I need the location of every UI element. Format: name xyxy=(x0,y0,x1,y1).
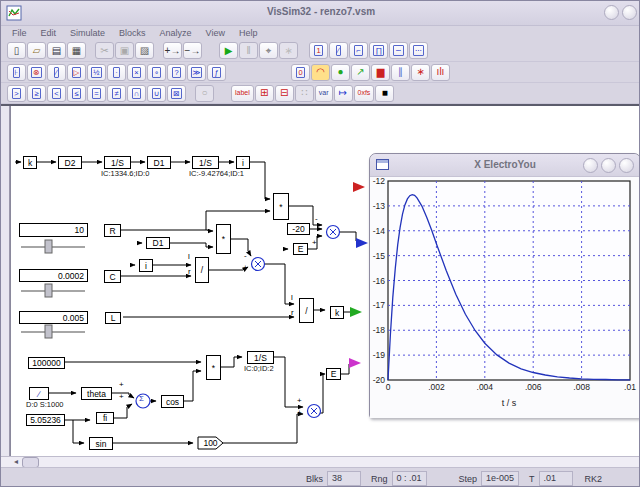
open-button[interactable]: ▱ xyxy=(27,42,46,59)
menu-view[interactable]: View xyxy=(199,28,232,38)
block-palette-transfer[interactable]: ▷ xyxy=(67,64,86,81)
cut-button[interactable]: ✂ xyxy=(95,42,114,59)
menu-file[interactable]: File xyxy=(5,28,34,38)
stop-button[interactable]: ‖ xyxy=(239,42,258,59)
multiply-3[interactable]: * xyxy=(206,355,221,380)
var-theta[interactable]: theta xyxy=(81,387,112,400)
ramp-block[interactable]: ∕D:0 S:1000 xyxy=(29,387,49,400)
menu-blocks[interactable]: Blocks xyxy=(112,28,153,38)
maximize-button[interactable] xyxy=(622,5,637,20)
remove-connector-button[interactable]: −→ xyxy=(183,42,202,59)
plot-window[interactable]: X ElectroYou -12-13-14-15-16-17-18-19-20… xyxy=(369,153,640,418)
minimize-button[interactable] xyxy=(604,5,619,20)
rerun-button[interactable]: ∗ xyxy=(279,42,298,59)
print-button[interactable]: ▦ xyxy=(67,42,86,59)
probe-button[interactable]: ⌖ xyxy=(259,42,278,59)
block-palette-dot[interactable]: · xyxy=(107,64,126,81)
var-e-2[interactable]: E xyxy=(326,368,341,380)
save-button[interactable]: ▤ xyxy=(47,42,66,59)
divide-2[interactable]: / xyxy=(299,298,314,323)
slider-c[interactable]: 0.0002 xyxy=(19,269,88,282)
title-bar[interactable]: VisSim32 - renzo7.vsm xyxy=(1,1,640,26)
prbs-block-button[interactable]: ⋯ xyxy=(409,42,428,59)
block-palette-case[interactable]: ? xyxy=(167,64,186,81)
add-connector-button[interactable]: +→ xyxy=(163,42,182,59)
histogram-block-button[interactable]: ▆ xyxy=(371,64,390,81)
gain-k-1[interactable]: k xyxy=(23,156,37,169)
eq-block-button[interactable]: = xyxy=(87,85,106,102)
led-block-button[interactable]: ● xyxy=(331,64,350,81)
ne-block-button[interactable]: ≠ xyxy=(107,85,126,102)
step-block-button[interactable]: ⌐ xyxy=(349,42,368,59)
block-palette-compose[interactable]: ∘ xyxy=(147,64,166,81)
sin-block[interactable]: sin xyxy=(89,437,113,450)
slider-l[interactable]: 0.005 xyxy=(19,311,88,324)
var-l[interactable]: L xyxy=(105,312,121,324)
multiply-2[interactable]: * xyxy=(216,224,231,254)
menu-simulate[interactable]: Simulate xyxy=(63,28,112,38)
integrator-3[interactable]: 1/SIC:0;ID:2 xyxy=(247,351,274,364)
block-palette-ramp[interactable]: ∕ xyxy=(47,64,66,81)
sine-block-button[interactable]: ∼ xyxy=(389,42,408,59)
slider-r[interactable]: 10 xyxy=(19,223,88,237)
gain-100[interactable]: 100 xyxy=(198,437,223,449)
var-e-write[interactable]: E xyxy=(293,243,308,255)
gauge-block-button[interactable]: ∗ xyxy=(411,64,430,81)
block-palette-half[interactable]: ½ xyxy=(87,64,106,81)
go-button[interactable]: ▶ xyxy=(219,42,238,59)
const-phase[interactable]: 5.05236 xyxy=(26,414,65,426)
integrator-2[interactable]: 1/SIC:-9.42764;ID:1 xyxy=(192,156,219,169)
add-input-button[interactable]: ⊞ xyxy=(255,85,274,102)
color-swatch[interactable]: ■ xyxy=(375,85,394,102)
var-i-read[interactable]: i xyxy=(139,259,153,272)
le-block-button[interactable]: ≤ xyxy=(67,85,86,102)
gt-block-button[interactable]: > xyxy=(7,85,26,102)
plot-input-2-arrow[interactable] xyxy=(356,238,368,248)
hex-button[interactable]: 0xfs xyxy=(354,85,375,102)
plot-input-4-arrow[interactable] xyxy=(349,358,361,368)
plot-input-3-arrow[interactable] xyxy=(350,307,362,317)
paste-button[interactable]: ▨ xyxy=(135,42,154,59)
scroll-thumb[interactable] xyxy=(22,457,39,468)
variable-button[interactable]: var xyxy=(315,85,333,102)
menu-analyze[interactable]: Analyze xyxy=(153,28,199,38)
block-palette-shift[interactable]: ≫ xyxy=(187,64,206,81)
or-block-button[interactable]: ∪ xyxy=(147,85,166,102)
scroll-left-button[interactable]: ◂ xyxy=(10,457,22,467)
ramp-block-button[interactable]: ∕ xyxy=(329,42,348,59)
horizontal-scrollbar[interactable]: ◂ xyxy=(1,456,640,467)
var-c[interactable]: C xyxy=(104,270,121,283)
var-d1-read[interactable]: D1 xyxy=(146,237,170,249)
remove-input-button[interactable]: ⊟ xyxy=(275,85,294,102)
const-neg20[interactable]: -20 xyxy=(287,223,310,235)
pulse-block-button[interactable]: ∏ xyxy=(369,42,388,59)
var-fi-read[interactable]: fi xyxy=(96,412,114,424)
slider-block-button[interactable]: ∥ xyxy=(391,64,410,81)
const-zero-button[interactable]: 0 xyxy=(291,64,310,81)
lt-block-button[interactable]: < xyxy=(47,85,66,102)
const-100000[interactable]: 100000 xyxy=(28,357,65,369)
copy-button[interactable]: ▣ xyxy=(115,42,134,59)
menu-help[interactable]: Help xyxy=(232,28,265,38)
divide-1[interactable]: / xyxy=(195,257,209,283)
block-palette-gain[interactable]: ⊦ xyxy=(7,64,26,81)
var-d2[interactable]: D2 xyxy=(58,156,82,169)
var-d1-write[interactable]: D1 xyxy=(147,156,171,169)
block-palette-integrator[interactable]: ⊗ xyxy=(27,64,46,81)
ge-block-button[interactable]: ≥ xyxy=(27,85,46,102)
export-block-button[interactable]: ↗ xyxy=(351,64,370,81)
plot-maximize-button[interactable] xyxy=(601,158,616,173)
cos-block[interactable]: cos xyxy=(161,395,184,408)
gain-k-2[interactable]: k xyxy=(330,306,344,319)
menu-edit[interactable]: Edit xyxy=(34,28,64,38)
new-button[interactable]: ▯ xyxy=(7,42,26,59)
multiply-1[interactable]: * xyxy=(273,193,289,220)
zoom-button[interactable]: ○ xyxy=(195,85,214,102)
xor-block-button[interactable]: ⊠ xyxy=(167,85,186,102)
plot-title-bar[interactable]: X ElectroYou xyxy=(370,154,640,177)
plot-close-button[interactable] xyxy=(619,158,634,173)
var-i-write[interactable]: i xyxy=(236,156,250,169)
snap-button[interactable]: ∷ xyxy=(295,85,314,102)
plot-block-button[interactable]: ◠ xyxy=(311,64,330,81)
meter-block-button[interactable]: ılı xyxy=(431,64,450,81)
